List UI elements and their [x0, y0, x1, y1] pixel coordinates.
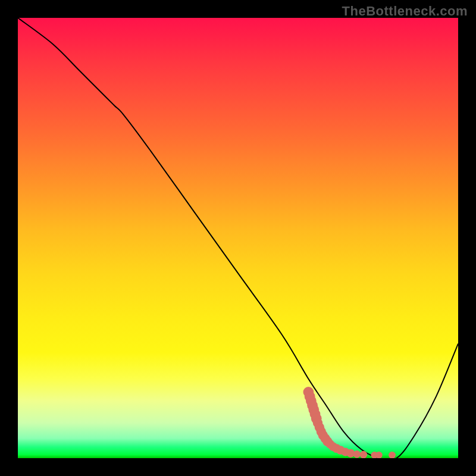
- plot-area: [18, 18, 458, 458]
- figure-container: TheBottleneck.com: [0, 0, 476, 476]
- bottleneck-curve: [18, 18, 458, 458]
- highlight-dot: [360, 451, 368, 458]
- chart-svg: [18, 18, 458, 458]
- highlight-dots-group: [303, 387, 396, 458]
- attribution-text: TheBottleneck.com: [342, 4, 468, 19]
- highlight-dot: [389, 452, 396, 458]
- highlight-dot: [353, 450, 361, 458]
